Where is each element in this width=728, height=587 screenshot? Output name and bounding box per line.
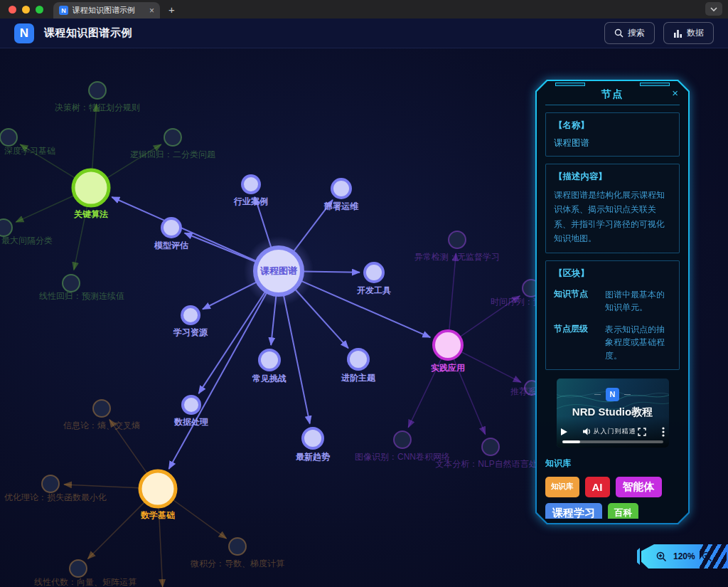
volume-icon[interactable]: [583, 428, 592, 435]
graph-node-o3[interactable]: [70, 560, 87, 577]
graph-node-p3[interactable]: [394, 431, 411, 448]
graph-edge: [112, 197, 257, 261]
graph-node-label: 数学基础: [140, 510, 175, 520]
tag-chip[interactable]: 课程学习: [545, 503, 602, 519]
minimize-window-button[interactable]: [22, 6, 30, 14]
graph-node-o4[interactable]: [229, 538, 246, 555]
app-header: N 课程知识图谱示例 搜索 数据: [0, 18, 728, 48]
graph-node-me[interactable]: [162, 218, 181, 237]
bar-chart-icon: [673, 29, 682, 38]
graph-node-o2[interactable]: [42, 475, 59, 492]
graph-node-sx[interactable]: [140, 471, 176, 507]
graph-node-jj[interactable]: [348, 349, 368, 369]
browser-menu-button[interactable]: [705, 2, 722, 16]
block-definition: 图谱中最基本的知识单元。: [605, 288, 671, 314]
video-subtitle: 从入门到精通: [594, 427, 636, 436]
graph-node-sj[interactable]: [434, 331, 462, 359]
tags-section-label: 知识库: [545, 458, 680, 470]
graph-edge: [185, 233, 257, 262]
graph-node-g1[interactable]: [89, 82, 106, 99]
video-logo: N: [606, 388, 619, 401]
graph-node-label: 最大间隔分类: [1, 236, 53, 245]
zoom-control-accent: [637, 548, 640, 565]
tag-chip[interactable]: 知识库: [545, 477, 579, 497]
blocks-rows: 知识节点图谱中最基本的知识单元。节点层级表示知识点的抽象程度或基础程度。: [554, 288, 671, 363]
play-icon[interactable]: [561, 428, 567, 435]
zoom-control-stripes: [700, 544, 727, 569]
tab-title: 课程知识图谱示例: [73, 5, 145, 16]
data-button[interactable]: 数据: [663, 22, 714, 44]
panel-title: 节点: [601, 88, 624, 101]
app-logo: N: [14, 23, 34, 43]
new-tab-button[interactable]: +: [160, 0, 183, 18]
graph-node-label: 学习资源: [173, 327, 208, 337]
tag-chip[interactable]: AI: [585, 477, 610, 497]
panel-close-icon[interactable]: ×: [672, 87, 678, 99]
graph-edge: [64, 485, 139, 488]
panel-title-bar: 节点 ×: [545, 84, 680, 105]
name-label: 【名称】: [554, 120, 671, 132]
tag-chip[interactable]: 百科: [608, 503, 638, 519]
graph-node-label: 决策树：特征划分规则: [55, 102, 140, 112]
graph-edge: [449, 253, 456, 330]
graph-node-kf[interactable]: [365, 263, 383, 282]
video-progress-bar[interactable]: [562, 440, 663, 443]
graph-edge: [461, 352, 521, 383]
graph-node-g4[interactable]: [0, 219, 12, 236]
graph-edge: [173, 499, 227, 539]
graph-node-label: 线性回归：预测连续值: [39, 291, 124, 301]
fullscreen-icon[interactable]: [638, 428, 646, 436]
close-window-button[interactable]: [9, 6, 16, 14]
graph-stage: 课程图谱关键算法模型评估行业案例部署运维开发工具学习资源常见挑战进阶主题实践应用…: [0, 48, 728, 587]
browser-tab-bar: N 课程知识图谱示例 × +: [0, 0, 728, 18]
tag-list: 知识库AI智能体课程学习百科云空间数据可视化大模型LLM: [545, 477, 680, 519]
blocks-label: 【区块】: [554, 268, 671, 280]
graph-node-label: 深度学习基础: [4, 146, 55, 156]
graph-node-label: 逻辑回归：二分类问题: [130, 149, 215, 159]
search-button[interactable]: 搜索: [604, 22, 655, 44]
graph-node-label: 行业案例: [233, 196, 268, 206]
graph-node-xx[interactable]: [182, 307, 199, 324]
graph-node-g5[interactable]: [63, 275, 80, 292]
graph-node-p4[interactable]: [482, 438, 499, 455]
page-title: 课程知识图谱示例: [44, 26, 132, 40]
graph-node-sjc[interactable]: [183, 396, 200, 413]
graph-node-label: 文本分析：NLP自然语言处理: [435, 459, 545, 469]
graph-node-label: 异常检测：无监督学习: [414, 252, 500, 262]
graph-edge: [16, 196, 74, 222]
graph-node-g3[interactable]: [164, 129, 181, 146]
graph-node-label: 进阶主题: [341, 373, 376, 383]
more-vertical-icon[interactable]: [662, 427, 665, 437]
data-button-label: 数据: [687, 27, 704, 39]
graph-node-label: 课程图谱: [259, 265, 298, 276]
block-term: 知识节点: [554, 288, 598, 314]
graph-node-o1[interactable]: [93, 400, 110, 417]
graph-node-label: 优化理论：损失函数最小化: [4, 492, 107, 502]
description-text: 课程图谱是结构化展示课程知识体系、揭示知识点关联关系、并指引学习路径的可视化知识…: [554, 188, 671, 246]
graph-node-label: 常见挑战: [252, 374, 287, 384]
browser-tab[interactable]: N 课程知识图谱示例 ×: [53, 2, 160, 18]
graph-node-label: 部署运维: [323, 201, 359, 211]
maximize-window-button[interactable]: [36, 6, 43, 14]
video-player[interactable]: — N — NRD Studio教程 从入门到精通: [557, 379, 669, 448]
graph-node-hy[interactable]: [242, 176, 259, 193]
zoom-in-icon[interactable]: [656, 551, 667, 562]
graph-node-bs[interactable]: [332, 179, 350, 198]
graph-node-zx[interactable]: [303, 428, 323, 448]
zoom-control: 120%: [641, 544, 728, 569]
window-controls: [0, 0, 53, 18]
graph-node-g2[interactable]: [0, 129, 17, 146]
graph-node-p1[interactable]: [449, 231, 466, 248]
block-term: 节点层级: [554, 323, 598, 363]
graph-edge: [87, 502, 144, 559]
tab-close-icon[interactable]: ×: [149, 6, 154, 16]
graph-node-ka[interactable]: [73, 170, 109, 206]
graph-node-label: 最新趋势: [296, 452, 331, 462]
graph-node-cj[interactable]: [259, 350, 279, 370]
tab-favicon: N: [59, 6, 68, 15]
block-row: 知识节点图谱中最基本的知识单元。: [554, 288, 671, 314]
chevron-down-icon: [710, 7, 717, 11]
tag-chip[interactable]: 智能体: [616, 477, 662, 497]
graph-node-label: 线性代数：向量、矩阵运算: [34, 577, 136, 587]
graph-edge: [284, 295, 310, 423]
